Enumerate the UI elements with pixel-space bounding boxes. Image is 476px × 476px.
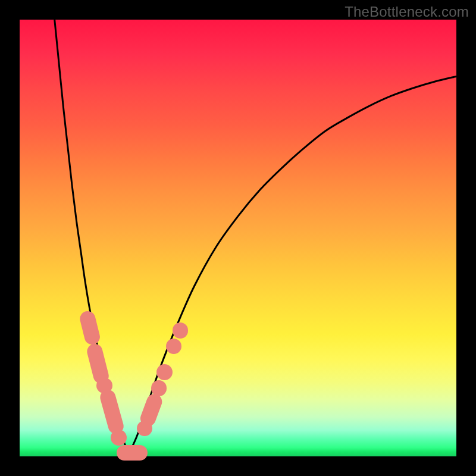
data-marker xyxy=(151,380,167,396)
right-curve xyxy=(129,76,457,454)
data-marker xyxy=(156,364,172,380)
chart-plot-area xyxy=(20,20,456,456)
watermark-text: TheBottleneck.com xyxy=(345,4,469,20)
left-curve xyxy=(55,20,129,454)
curve-layer xyxy=(20,20,456,456)
data-marker xyxy=(111,430,126,445)
data-marker xyxy=(173,322,188,338)
data-marker-capsule xyxy=(117,445,148,461)
chart-container: TheBottleneck.com xyxy=(0,0,476,476)
data-marker xyxy=(96,378,112,393)
